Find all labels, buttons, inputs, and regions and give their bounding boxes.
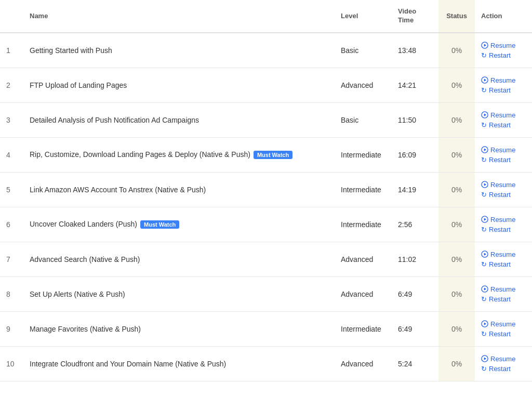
table-row: 7Advanced Search (Native & Push)Advanced… (0, 242, 532, 277)
row-action: Resume↻Restart (475, 242, 532, 277)
lesson-title: Rip, Customize, Download Landing Pages &… (30, 150, 250, 159)
svg-marker-13 (484, 253, 486, 256)
row-name: Advanced Search (Native & Push) (23, 242, 335, 277)
row-level: Advanced (335, 277, 392, 311)
header-level: Level (335, 0, 392, 33)
resume-button[interactable]: Resume (481, 42, 526, 49)
row-action: Resume↻Restart (475, 33, 532, 68)
row-number: 5 (0, 172, 23, 207)
header-name: Name (23, 0, 335, 33)
row-name: Getting Started with Push (23, 33, 335, 68)
table-row: 2FTP Upload of Landing PagesAdvanced14:2… (0, 68, 532, 102)
row-status: 0% (438, 68, 475, 102)
resume-button[interactable]: Resume (481, 216, 526, 223)
row-number: 9 (0, 311, 23, 346)
row-status: 0% (438, 277, 475, 311)
row-number: 3 (0, 102, 23, 137)
row-videotime: 5:24 (392, 346, 438, 381)
resume-button[interactable]: Resume (481, 76, 526, 84)
row-name: Uncover Cloaked Landers (Push)Must Watch (23, 207, 335, 242)
resume-button[interactable]: Resume (481, 355, 526, 363)
svg-marker-1 (484, 44, 486, 47)
header-status: Status (438, 0, 475, 33)
row-level: Advanced (335, 68, 392, 102)
row-videotime: 6:49 (392, 311, 438, 346)
row-action: Resume↻Restart (475, 172, 532, 207)
row-number: 8 (0, 277, 23, 311)
row-level: Basic (335, 33, 392, 68)
restart-button[interactable]: ↻Restart (481, 295, 526, 303)
row-level: Advanced (335, 346, 392, 381)
restart-icon: ↻ (481, 226, 487, 233)
restart-button[interactable]: ↻Restart (481, 156, 526, 164)
row-videotime: 13:48 (392, 33, 438, 68)
resume-button[interactable]: Resume (481, 111, 526, 119)
row-videotime: 6:49 (392, 277, 438, 311)
row-name: Detailed Analysis of Push Notification A… (23, 102, 335, 137)
restart-icon: ↻ (481, 156, 487, 164)
header-videotime: VideoTime (392, 0, 438, 33)
row-number: 6 (0, 207, 23, 242)
restart-icon: ↻ (481, 121, 487, 129)
play-icon (481, 146, 488, 153)
row-level: Advanced (335, 242, 392, 277)
row-action: Resume↻Restart (475, 68, 532, 102)
row-action: Resume↻Restart (475, 277, 532, 311)
play-icon (481, 251, 488, 258)
restart-icon: ↻ (481, 365, 487, 373)
row-level: Basic (335, 102, 392, 137)
row-videotime: 14:19 (392, 172, 438, 207)
row-level: Intermediate (335, 207, 392, 242)
play-icon (481, 42, 488, 49)
row-action: Resume↻Restart (475, 207, 532, 242)
play-icon (481, 111, 488, 119)
table-row: 8Set Up Alerts (Native & Push)Advanced6:… (0, 277, 532, 311)
lesson-title: Integrate Cloudfront and Your Domain Nam… (30, 360, 226, 368)
row-number: 7 (0, 242, 23, 277)
row-videotime: 11:50 (392, 102, 438, 137)
row-status: 0% (438, 102, 475, 137)
header-action: Action (475, 0, 532, 33)
resume-button[interactable]: Resume (481, 285, 526, 293)
must-watch-badge: Must Watch (254, 151, 292, 159)
restart-icon: ↻ (481, 330, 487, 338)
play-icon (481, 76, 488, 84)
svg-marker-11 (484, 218, 486, 221)
row-action: Resume↻Restart (475, 137, 532, 172)
row-level: Intermediate (335, 311, 392, 346)
restart-button[interactable]: ↻Restart (481, 260, 526, 268)
restart-button[interactable]: ↻Restart (481, 51, 526, 59)
restart-icon: ↻ (481, 86, 487, 94)
row-name: FTP Upload of Landing Pages (23, 68, 335, 102)
row-name: Manage Favorites (Native & Push) (23, 311, 335, 346)
resume-button[interactable]: Resume (481, 146, 526, 154)
row-status: 0% (438, 172, 475, 207)
resume-button[interactable]: Resume (481, 181, 526, 189)
row-level: Intermediate (335, 137, 392, 172)
restart-button[interactable]: ↻Restart (481, 226, 526, 233)
play-icon (481, 355, 488, 362)
row-name: Link Amazon AWS Account To Anstrex (Nati… (23, 172, 335, 207)
restart-button[interactable]: ↻Restart (481, 191, 526, 199)
row-name: Set Up Alerts (Native & Push) (23, 277, 335, 311)
restart-button[interactable]: ↻Restart (481, 121, 526, 129)
restart-button[interactable]: ↻Restart (481, 86, 526, 94)
play-icon (481, 285, 488, 293)
row-videotime: 2:56 (392, 207, 438, 242)
table-row: 3Detailed Analysis of Push Notification … (0, 102, 532, 137)
row-action: Resume↻Restart (475, 346, 532, 381)
play-icon (481, 216, 488, 223)
restart-button[interactable]: ↻Restart (481, 365, 526, 373)
play-icon (481, 181, 488, 188)
lesson-title: Set Up Alerts (Native & Push) (30, 290, 125, 298)
row-videotime: 14:21 (392, 68, 438, 102)
play-icon (481, 320, 488, 327)
restart-button[interactable]: ↻Restart (481, 330, 526, 338)
row-videotime: 11:02 (392, 242, 438, 277)
resume-button[interactable]: Resume (481, 320, 526, 328)
svg-marker-17 (484, 323, 486, 325)
resume-button[interactable]: Resume (481, 251, 526, 258)
table-row: 5Link Amazon AWS Account To Anstrex (Nat… (0, 172, 532, 207)
svg-marker-9 (484, 183, 486, 186)
header-num (0, 0, 23, 33)
